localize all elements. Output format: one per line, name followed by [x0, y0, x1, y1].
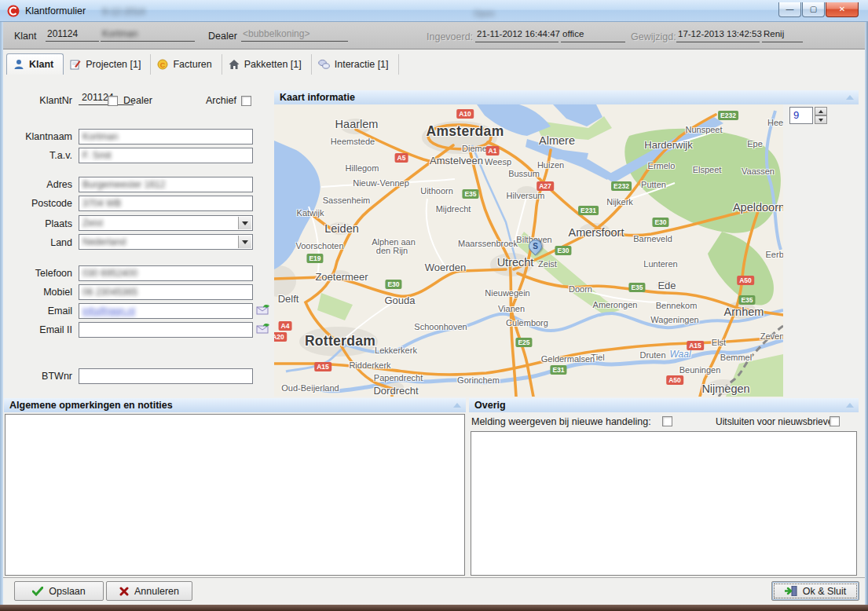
titlebar-blurred-text: Open	[474, 9, 495, 18]
plaats-label: Plaats	[0, 218, 72, 229]
kaart-panel-title: Kaart informatie	[280, 92, 355, 103]
tab-facturen[interactable]: C Facturen	[151, 54, 222, 75]
header-klantnaam-field[interactable]: Kortman	[101, 27, 195, 42]
dealer-label: Dealer	[208, 31, 237, 42]
cancel-button[interactable]: Annuleren	[106, 581, 192, 601]
tab-pakketten[interactable]: Pakketten [1]	[222, 54, 312, 75]
klantnaam-value: Kortman	[82, 131, 118, 142]
email-label: Email	[0, 306, 72, 316]
close-button[interactable]: ✕	[826, 2, 859, 17]
postcode-value: 3704 WB	[82, 198, 121, 209]
map-zoom-input[interactable]: 9	[789, 107, 813, 124]
collapse-panel-icon[interactable]	[846, 95, 854, 100]
notes-panel-header: Algemene opmerkingen en notities	[4, 398, 466, 412]
kaart-panel-header: Kaart informatie	[274, 90, 859, 104]
header-klantnr-field[interactable]: 201124	[46, 27, 99, 42]
cross-icon	[119, 587, 129, 596]
overig-panel-title: Overig	[474, 400, 506, 411]
land-combobox[interactable]: Nederland	[79, 234, 253, 250]
save-button[interactable]: Opslaan	[14, 581, 104, 601]
email-value: info@iggn.nl	[82, 306, 135, 316]
app-icon	[7, 5, 20, 17]
ingevoerd-user: office	[561, 27, 625, 42]
email2-label: Email II	[0, 324, 72, 335]
notes-textarea[interactable]	[5, 414, 465, 576]
telefoon-label: Telefoon	[0, 268, 72, 279]
header-klantnaam-value: Kortman	[102, 28, 137, 39]
person-icon	[13, 59, 24, 70]
archief-checkbox[interactable]	[241, 96, 251, 106]
klantnaam-input[interactable]: Kortman	[79, 129, 253, 145]
cancel-button-label: Annuleren	[134, 586, 179, 597]
map-canvas[interactable]: HaarlemAmsterdamHeemstedeDiemenAmstelvee…	[274, 104, 783, 397]
adres-input[interactable]: Burgemeester 1612	[79, 177, 253, 192]
tab-label: Projecten [1]	[86, 59, 141, 70]
email-input[interactable]: info@iggn.nl	[79, 303, 253, 319]
tav-input[interactable]: F. Smit	[79, 148, 253, 163]
minimize-button[interactable]: —	[778, 2, 801, 17]
map-marker-letter: S	[529, 240, 541, 252]
overig-textarea[interactable]	[471, 431, 857, 576]
tab-klant[interactable]: Klant	[6, 53, 64, 75]
gewijzigd-user: Renij	[762, 27, 803, 42]
klant-label: Klant	[14, 31, 37, 42]
melding-checkbox[interactable]	[662, 416, 672, 426]
tab-label: Pakketten [1]	[244, 59, 302, 70]
spinner-up-button[interactable]	[815, 107, 827, 115]
klantformulier-window: Klantformulier 9-12-2014 Open — ▢ ✕ Klan…	[0, 0, 868, 611]
edit-document-icon	[70, 59, 81, 70]
exit-door-icon	[785, 586, 797, 596]
postcode-label: Postcode	[0, 198, 72, 209]
send-email-icon[interactable]	[256, 322, 270, 335]
save-button-label: Opslaan	[49, 586, 86, 597]
house-icon	[229, 59, 240, 70]
collapse-panel-icon[interactable]	[453, 403, 461, 408]
coin-icon: C	[157, 59, 168, 70]
header-dealer-field[interactable]: <bubbelkoning>	[241, 27, 348, 42]
mobiel-label: Mobiel	[0, 287, 72, 298]
plaats-value: Zeist	[82, 218, 103, 229]
tab-label: Facturen	[173, 59, 211, 70]
telefoon-input[interactable]: 030 6952400	[79, 265, 253, 281]
email2-input[interactable]	[79, 322, 253, 338]
adres-label: Adres	[0, 179, 72, 190]
tab-projecten[interactable]: Projecten [1]	[64, 54, 151, 75]
land-label: Land	[0, 237, 72, 248]
melding-checkbox-label: Melding weergeven bij nieuwe handeling:	[471, 416, 651, 427]
chat-bubbles-icon	[318, 59, 330, 70]
klantnr-label: KlantNr	[0, 95, 72, 106]
gewijzigd-datetime: 17-12-2013 13:42:53	[676, 27, 760, 42]
adres-value: Burgemeester 1612	[82, 179, 165, 190]
window-frame-bottom	[0, 605, 868, 611]
footer-bar: Opslaan Annuleren Ok & Sluit	[3, 577, 865, 605]
tav-value: F. Smit	[82, 150, 112, 161]
checkmark-icon	[32, 587, 43, 596]
send-email-icon[interactable]	[256, 303, 270, 316]
chevron-down-icon[interactable]	[238, 217, 251, 229]
btwnr-input[interactable]	[79, 368, 253, 384]
ok-sluit-button[interactable]: Ok & Sluit	[771, 581, 859, 601]
nieuwsbrief-checkbox[interactable]	[830, 416, 840, 426]
record-header: Klant 201124 Kortman Dealer <bubbelkonin…	[3, 22, 865, 49]
titlebar: Klantformulier 9-12-2014 Open — ▢ ✕	[0, 0, 868, 22]
postcode-input[interactable]: 3704 WB	[79, 196, 253, 211]
klantnaam-label: Klantnaam	[0, 131, 72, 142]
gewijzigd-label: Gewijzigd:	[631, 31, 676, 42]
tab-interactie[interactable]: Interactie [1]	[312, 54, 399, 75]
mobiel-value: 06 23045365	[82, 287, 137, 298]
plaats-combobox[interactable]: Zeist	[79, 215, 253, 231]
window-frame-right	[865, 22, 868, 605]
svg-text:C: C	[160, 61, 166, 69]
telefoon-value: 030 6952400	[82, 268, 137, 279]
tab-label: Klant	[29, 59, 53, 70]
spinner-down-button[interactable]	[815, 115, 827, 124]
ingevoerd-datetime: 21-11-2012 16:44:47	[475, 27, 559, 42]
mobiel-input[interactable]: 06 23045365	[79, 284, 253, 300]
ok-sluit-button-label: Ok & Sluit	[803, 586, 847, 597]
btwnr-label: BTWnr	[0, 371, 72, 382]
nieuwsbrief-checkbox-label: Uitsluiten voor nieuwsbrieven	[716, 416, 838, 427]
chevron-down-icon[interactable]	[238, 236, 251, 248]
maximize-button[interactable]: ▢	[802, 2, 825, 17]
dealer-checkbox[interactable]	[108, 96, 118, 106]
collapse-panel-icon[interactable]	[846, 403, 854, 408]
